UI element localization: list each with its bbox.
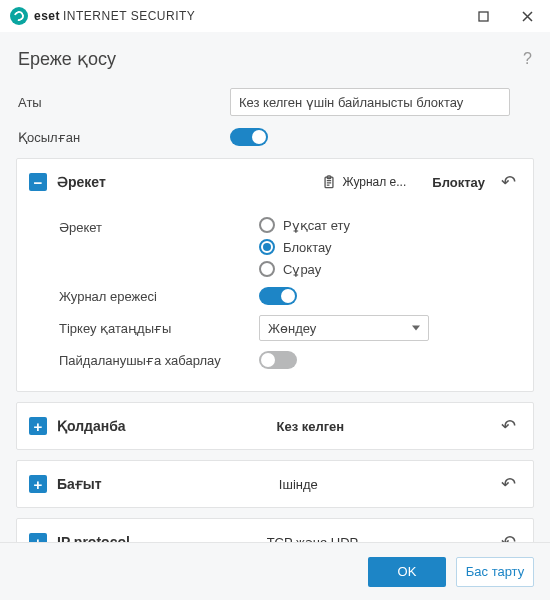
square-icon (478, 11, 489, 22)
action-label: Әрекет (59, 217, 259, 235)
notify-toggle[interactable] (259, 351, 297, 369)
section-protocol: + IP protocol TCP және UDP ↶ (16, 518, 534, 542)
footer: OK Бас тарту (0, 542, 550, 600)
section-action-header[interactable]: − Әрекет Журнал е... Блоктау ↶ (17, 159, 533, 205)
titlebar: esetINTERNET SECURITY (0, 0, 550, 32)
severity-select[interactable]: Жөндеу (259, 315, 429, 341)
radio-allow[interactable]: Рұқсат ету (259, 217, 350, 233)
enabled-label: Қосылған (18, 130, 218, 145)
close-icon (522, 11, 533, 22)
log-rule-toggle[interactable] (259, 287, 297, 305)
severity-label: Тіркеу қатаңдығы (59, 321, 259, 336)
expand-icon: + (29, 533, 47, 542)
section-app-header[interactable]: + Қолданба Кез келген ↶ (17, 403, 533, 449)
collapse-icon: − (29, 173, 47, 191)
revert-button[interactable]: ↶ (495, 473, 521, 495)
section-action: − Әрекет Журнал е... Блоктау ↶ Әрекет Рұ… (16, 158, 534, 392)
svg-rect-0 (479, 12, 488, 21)
section-direction-value: Ішінде (279, 477, 318, 492)
section-direction-header[interactable]: + Бағыт Ішінде ↶ (17, 461, 533, 507)
window-maximize-button[interactable] (464, 0, 502, 32)
section-direction: + Бағыт Ішінде ↶ (16, 460, 534, 508)
revert-button[interactable]: ↶ (495, 171, 521, 193)
section-protocol-title: IP protocol (57, 534, 130, 542)
radio-ask[interactable]: Сұрау (259, 261, 350, 277)
help-icon[interactable]: ? (523, 50, 532, 68)
brand-logo-icon (10, 7, 28, 25)
revert-button[interactable]: ↶ (495, 531, 521, 542)
radio-block[interactable]: Блоктау (259, 239, 350, 255)
clipboard-icon (322, 175, 336, 189)
section-app-value: Кез келген (276, 419, 344, 434)
cancel-button[interactable]: Бас тарту (456, 557, 534, 587)
revert-button[interactable]: ↶ (495, 415, 521, 437)
scroll-area[interactable]: Аты Қосылған − Әрекет Журнал е... Блокта… (16, 84, 542, 542)
notify-label: Пайдаланушыға хабарлау (59, 353, 259, 368)
section-action-value: Блоктау (432, 175, 485, 190)
section-app: + Қолданба Кез келген ↶ (16, 402, 534, 450)
name-input[interactable] (230, 88, 510, 116)
name-label: Аты (18, 95, 218, 110)
section-protocol-header[interactable]: + IP protocol TCP және UDP ↶ (17, 519, 533, 542)
enabled-toggle[interactable] (230, 128, 268, 146)
section-app-title: Қолданба (57, 418, 126, 434)
window-close-button[interactable] (508, 0, 546, 32)
ok-button[interactable]: OK (368, 557, 446, 587)
expand-icon: + (29, 475, 47, 493)
expand-icon: + (29, 417, 47, 435)
section-action-title: Әрекет (57, 174, 106, 190)
section-direction-title: Бағыт (57, 476, 102, 492)
brand-text: esetINTERNET SECURITY (34, 9, 195, 23)
section-protocol-value: TCP және UDP (267, 535, 359, 543)
log-rule-label: Журнал ережесі (59, 289, 259, 304)
journal-link[interactable]: Журнал е... (342, 175, 406, 189)
page-title: Ереже қосу (18, 48, 116, 70)
